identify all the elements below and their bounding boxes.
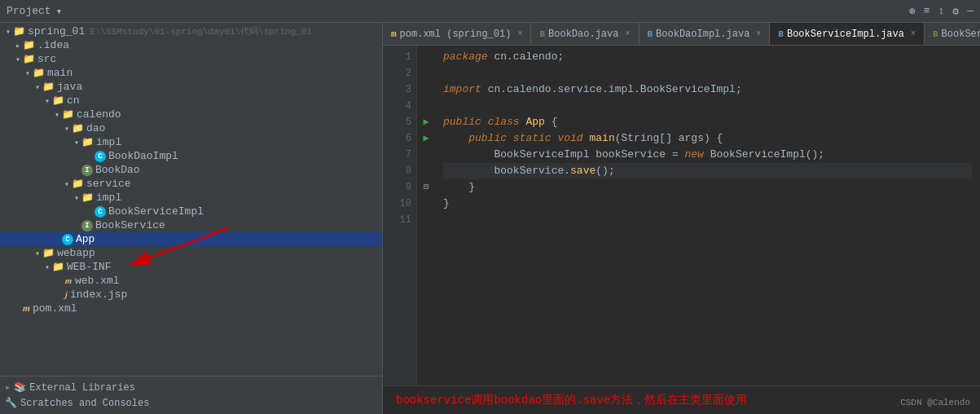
- tab-icon-bookserviceimpl: B: [778, 29, 784, 39]
- tab-close-pom[interactable]: ×: [517, 29, 522, 38]
- tree-label-dao-impl: impl: [96, 136, 121, 148]
- tree-label-dao: dao: [86, 122, 105, 134]
- tree-label-webxml: web.xml: [75, 275, 120, 287]
- tree-label-bookdaoimpl: BookDaoImpl: [108, 150, 178, 162]
- code-line-6: public static void main(String[] args) {: [443, 130, 972, 147]
- add-icon[interactable]: ⊕: [909, 5, 916, 18]
- tab-icon-bookservice: B: [933, 29, 938, 39]
- top-bar-icons: ⊕ ≡ ↕ ⚙ —: [909, 5, 973, 18]
- tree-item-bookdaoimpl[interactable]: C BookDaoImpl: [0, 149, 382, 163]
- tab-label-bookdaoimpl: BookDaoImpl.java: [656, 29, 749, 40]
- tree-item-cn[interactable]: ▾ 📁 cn: [0, 94, 382, 108]
- tree-item-java[interactable]: ▾ 📁 java: [0, 80, 382, 94]
- tab-bookdaoimpl[interactable]: B BookDaoImpl.java ×: [639, 23, 771, 45]
- expand-arrow-webapp: ▾: [33, 249, 42, 258]
- expand-arrow-main: ▾: [23, 68, 33, 78]
- tree-item-bookserviceimpl[interactable]: C BookServiceImpl: [0, 205, 382, 218]
- tab-label-pom: pom.xml (spring_01): [400, 29, 512, 40]
- folder-icon-src: 📁: [23, 53, 35, 65]
- code-area: 1 2 3 4 5 6 7 8 9 10 11: [383, 46, 980, 385]
- tree-item-bookservice[interactable]: I BookService: [0, 218, 382, 232]
- sort-icon[interactable]: ↕: [938, 5, 945, 17]
- keyword-package: package: [443, 49, 488, 65]
- run-gutter: ▶ ▶ ⊟: [417, 46, 435, 385]
- tree-path: E:\SSMstudy\01-spring\day01\代码\spring_01: [90, 25, 312, 37]
- expand-arrow-service: ▾: [62, 179, 72, 189]
- tree-label-bookserviceimpl: BookServiceImpl: [108, 205, 204, 218]
- tree-label-idea: .idea: [37, 39, 69, 51]
- keyword-import: import: [443, 81, 481, 98]
- code-line-9: }: [443, 179, 972, 196]
- tab-bar: m pom.xml (spring_01) × B BookDao.java ×…: [383, 23, 980, 46]
- expand-arrow-service-impl: ▾: [72, 193, 81, 203]
- csdn-watermark: CSDN @Calendo: [900, 398, 970, 407]
- keyword-public-6: public: [468, 130, 507, 147]
- line-numbers: 1 2 3 4 5 6 7 8 9 10 11: [383, 46, 417, 385]
- file-tree: ▾ 📁 spring_01 E:\SSMstudy\01-spring\day0…: [0, 23, 382, 376]
- tree-item-src[interactable]: ▾ 📁 src: [0, 52, 382, 66]
- folder-icon-cn: 📁: [52, 95, 64, 107]
- settings-icon[interactable]: ⚙: [952, 5, 959, 18]
- list-icon[interactable]: ≡: [924, 5, 930, 17]
- expand-arrow-extlib: ▸: [5, 381, 11, 394]
- tree-item-idea[interactable]: ▸ 📁 .idea: [0, 38, 382, 52]
- tree-item-webapp[interactable]: ▾ 📁 webapp: [0, 246, 382, 260]
- scratches-consoles-item[interactable]: 🔧 Scratches and Consoles: [0, 395, 382, 411]
- code-line-1: package cn.calendo;: [443, 49, 972, 65]
- keyword-class: class: [488, 114, 520, 130]
- tree-item-app[interactable]: C App: [0, 232, 382, 246]
- tab-pom-xml[interactable]: m pom.xml (spring_01) ×: [383, 23, 531, 45]
- editor-annotation: bookservice调用bookdao里面的.save方法，然后在主类里面使用: [383, 385, 980, 414]
- external-libraries-label: External Libraries: [29, 382, 135, 394]
- code-line-8: bookService.save();: [443, 163, 972, 179]
- tab-bookservice[interactable]: B BookServi...: [925, 23, 980, 45]
- keyword-new: new: [685, 147, 704, 163]
- code-editor: m pom.xml (spring_01) × B BookDao.java ×…: [383, 23, 980, 414]
- external-libraries-item[interactable]: ▸ 📚 External Libraries: [0, 380, 382, 395]
- tree-item-main[interactable]: ▾ 📁 main: [0, 66, 382, 80]
- expand-arrow-webinf: ▾: [42, 262, 52, 272]
- code-line-2: [443, 65, 972, 81]
- xml-file-icon: 𝒎: [65, 276, 73, 286]
- tree-label-bookservice: BookService: [95, 219, 165, 231]
- tab-close-bookdao[interactable]: ×: [625, 29, 630, 38]
- tree-item-webxml[interactable]: 𝒎 web.xml: [0, 274, 382, 288]
- tree-item-bookdao[interactable]: I BookDao: [0, 163, 382, 177]
- java-interface-icon-bookdao: I: [81, 165, 93, 176]
- tree-label-cn: cn: [67, 95, 80, 107]
- tree-label-spring01: spring_01: [28, 25, 85, 37]
- classname-app: App: [525, 114, 544, 130]
- folder-icon-idea: 📁: [23, 39, 35, 51]
- tab-bookserviceimpl[interactable]: B BookServiceImpl.java ×: [770, 23, 925, 45]
- expand-arrow-cn: ▾: [42, 96, 52, 106]
- code-content[interactable]: package cn.calendo; import cn.calendo.se…: [435, 46, 980, 385]
- tree-item-service-impl[interactable]: ▾ 📁 impl: [0, 191, 382, 205]
- tab-close-bookserviceimpl[interactable]: ×: [911, 29, 916, 38]
- tree-item-pomxml[interactable]: 𝒎 pom.xml: [0, 302, 382, 315]
- tree-item-dao[interactable]: ▾ 📁 dao: [0, 121, 382, 135]
- code-line-7: BookServiceImpl bookService = new BookSe…: [443, 147, 972, 163]
- ext-lib-icon: 📚: [14, 381, 26, 394]
- tree-item-indexjsp[interactable]: 𝒋 index.jsp: [0, 288, 382, 302]
- tab-bookdao[interactable]: B BookDao.java ×: [531, 23, 639, 45]
- tree-label-webapp: webapp: [57, 247, 95, 259]
- tab-label-bookserviceimpl: BookServiceImpl.java: [787, 29, 904, 40]
- tab-close-bookdaoimpl[interactable]: ×: [756, 29, 761, 38]
- tree-item-spring01[interactable]: ▾ 📁 spring_01 E:\SSMstudy\01-spring\day0…: [0, 24, 382, 38]
- var-bookservice-call: bookService: [494, 163, 564, 179]
- folder-icon-webapp: 📁: [42, 247, 55, 259]
- project-dropdown-icon[interactable]: ▾: [56, 5, 63, 18]
- project-label-area: Project ▾: [7, 5, 62, 18]
- tree-item-webinf[interactable]: ▾ 📁 WEB-INF: [0, 260, 382, 274]
- method-main: main: [590, 130, 615, 147]
- tree-label-calendo: calendo: [77, 108, 121, 121]
- project-sidebar: ▾ 📁 spring_01 E:\SSMstudy\01-spring\day0…: [0, 23, 383, 414]
- tree-item-calendo[interactable]: ▾ 📁 calendo: [0, 108, 382, 121]
- expand-arrow-idea: ▸: [13, 41, 23, 51]
- tree-item-service[interactable]: ▾ 📁 service: [0, 177, 382, 191]
- minimize-icon[interactable]: —: [967, 5, 973, 17]
- tree-label-webinf: WEB-INF: [67, 261, 112, 273]
- tree-item-dao-impl[interactable]: ▾ 📁 impl: [0, 135, 382, 149]
- folder-icon-main: 📁: [33, 67, 45, 79]
- keyword-void: void: [557, 130, 582, 147]
